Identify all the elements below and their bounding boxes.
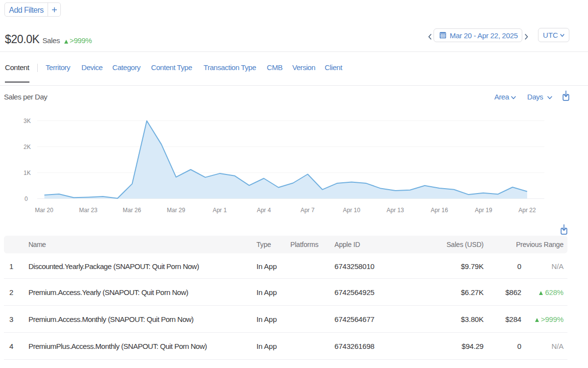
svg-text:2K: 2K (24, 144, 31, 150)
svg-text:1K: 1K (24, 170, 31, 176)
svg-text:0: 0 (25, 196, 28, 202)
svg-text:3K: 3K (24, 118, 31, 124)
